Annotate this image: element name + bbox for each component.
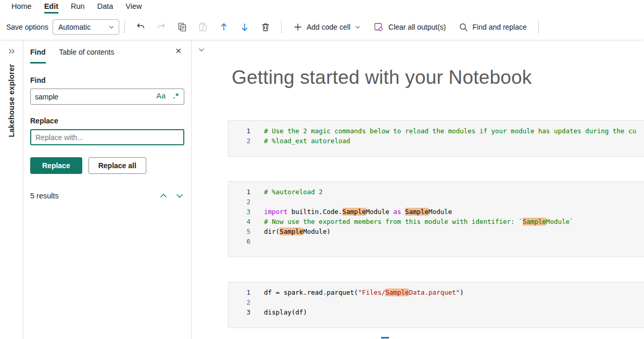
code-text: df = spark.read.parquet("Files/SampleDat… xyxy=(264,287,464,297)
code-line: 6 xyxy=(229,236,644,246)
notebook-canvas: Getting started with your Notebook 1# Us… xyxy=(192,40,644,339)
code-line: 2 xyxy=(229,197,644,207)
double-chevron-right-icon xyxy=(7,47,16,56)
delete-cell-button[interactable] xyxy=(255,17,276,37)
search-match-highlight: Sample xyxy=(280,228,303,235)
chevron-down-icon xyxy=(197,46,206,54)
code-line: 5dir(SampleModule) xyxy=(229,227,644,236)
notebook-cells: 1# Use the 2 magic commands below to rel… xyxy=(228,120,644,339)
line-number: 3 xyxy=(229,307,250,317)
find-panel: Find Table of contents ✕ Find Aa .* Repl… xyxy=(23,40,192,339)
menu-run[interactable]: Run xyxy=(65,0,91,14)
plus-icon xyxy=(293,22,302,32)
toolbar: Save options Automatic xyxy=(0,15,644,40)
toolbar-divider xyxy=(538,20,539,34)
clear-outputs-icon xyxy=(373,22,384,33)
code-cell[interactable]: 1df = spark.read.parquet("Files/SampleDa… xyxy=(228,282,644,328)
find-and-replace-label: Find and replace xyxy=(473,23,527,31)
code-line: 1# Use the 2 magic commands below to rel… xyxy=(229,126,644,136)
menu-data[interactable]: Data xyxy=(91,0,120,14)
code-cell[interactable]: 1# Use the 2 magic commands below to rel… xyxy=(228,120,644,157)
find-label: Find xyxy=(30,76,184,84)
undo-button[interactable] xyxy=(130,17,151,37)
add-code-cell-button[interactable]: Add code cell xyxy=(287,17,367,37)
menubar: Home Edit Run Data View xyxy=(0,0,644,15)
toolbar-divider xyxy=(281,20,282,34)
line-number: 6 xyxy=(229,236,250,246)
code-line: 3display(df) xyxy=(229,307,644,317)
undo-icon xyxy=(135,22,146,32)
close-icon[interactable]: ✕ xyxy=(175,46,182,56)
previous-result-button[interactable] xyxy=(159,191,168,200)
horizontal-scrollbar-thumb[interactable] xyxy=(381,337,389,338)
paste-button[interactable] xyxy=(193,17,213,37)
replace-input[interactable] xyxy=(30,129,184,145)
find-panel-tabs: Find Table of contents ✕ xyxy=(23,40,191,64)
line-number: 2 xyxy=(229,197,250,207)
add-code-cell-label: Add code cell xyxy=(307,23,350,31)
menu-edit[interactable]: Edit xyxy=(38,0,65,14)
line-number: 4 xyxy=(229,217,250,227)
left-rail: Lakehouse explorer xyxy=(0,40,23,339)
expand-panel-button[interactable] xyxy=(7,47,16,56)
move-cell-up-button[interactable] xyxy=(213,17,234,37)
arrow-up-icon xyxy=(219,22,229,32)
code-text: # Use the 2 magic commands below to relo… xyxy=(264,126,636,136)
code-line: 3import builtin.Code.SampleModule as Sam… xyxy=(229,207,644,217)
save-options-label: Save options xyxy=(6,23,48,31)
menu-view[interactable]: View xyxy=(119,0,148,14)
save-mode-value: Automatic xyxy=(58,23,91,31)
line-number: 2 xyxy=(229,297,250,307)
line-number: 2 xyxy=(229,136,250,146)
toolbar-divider xyxy=(124,20,125,34)
clear-all-outputs-label: Clear all output(s) xyxy=(388,23,446,31)
line-number: 1 xyxy=(229,287,250,297)
search-match-highlight: Sample xyxy=(523,218,546,225)
code-line: 2 xyxy=(229,297,644,307)
menu-home[interactable]: Home xyxy=(5,0,38,14)
replace-button[interactable]: Replace xyxy=(30,157,82,174)
arrow-down-icon xyxy=(239,22,250,32)
clear-all-outputs-button[interactable]: Clear all output(s) xyxy=(367,17,452,37)
notebook-title: Getting started with your Notebook xyxy=(232,67,532,89)
redo-button[interactable] xyxy=(151,17,172,37)
regex-icon[interactable]: .* xyxy=(173,92,179,100)
trash-icon xyxy=(260,22,271,32)
line-number: 5 xyxy=(229,227,250,236)
tab-table-of-contents[interactable]: Table of contents xyxy=(59,48,115,62)
next-result-button[interactable] xyxy=(175,191,184,200)
results-count: 5 results xyxy=(30,192,59,200)
find-panel-body: Find Aa .* Replace Replace Replace all 5… xyxy=(23,64,191,200)
search-match-highlight: Sample xyxy=(343,208,366,216)
chevron-down-icon xyxy=(108,24,115,30)
code-text: # Now use the exported members from this… xyxy=(264,217,574,227)
paste-icon xyxy=(198,22,208,32)
chevron-up-icon xyxy=(159,191,168,200)
search-match-highlight: Sample xyxy=(405,208,428,216)
find-and-replace-button[interactable]: Find and replace xyxy=(452,17,533,37)
code-text: # %load_ext autoreload xyxy=(264,136,350,146)
chevron-down-icon xyxy=(175,191,184,200)
copy-icon xyxy=(177,22,187,32)
match-case-icon[interactable]: Aa xyxy=(156,92,166,100)
code-line: 4# Now use the exported members from thi… xyxy=(229,217,644,227)
move-cell-down-button[interactable] xyxy=(234,17,255,37)
save-mode-select[interactable]: Automatic xyxy=(53,19,119,35)
code-cell[interactable]: 1# %autoreload 223import builtin.Code.Sa… xyxy=(228,181,644,257)
redo-icon xyxy=(156,22,167,32)
code-text: display(df) xyxy=(264,307,307,317)
code-text: import builtin.Code.SampleModule as Samp… xyxy=(264,207,452,217)
line-number: 3 xyxy=(229,207,250,217)
code-line: 1# %autoreload 2 xyxy=(229,187,644,197)
copy-button[interactable] xyxy=(172,17,193,37)
code-line: 1df = spark.read.parquet("Files/SampleDa… xyxy=(229,287,644,297)
tab-find[interactable]: Find xyxy=(30,48,46,64)
lakehouse-explorer-label[interactable]: Lakehouse explorer xyxy=(7,64,16,137)
line-number: 1 xyxy=(229,187,250,197)
line-number: 1 xyxy=(229,126,250,136)
collapse-section-button[interactable] xyxy=(197,46,206,54)
chevron-down-icon xyxy=(355,24,361,30)
search-icon xyxy=(459,22,469,32)
search-match-highlight: Sample xyxy=(385,288,409,296)
replace-all-button[interactable]: Replace all xyxy=(89,157,146,174)
